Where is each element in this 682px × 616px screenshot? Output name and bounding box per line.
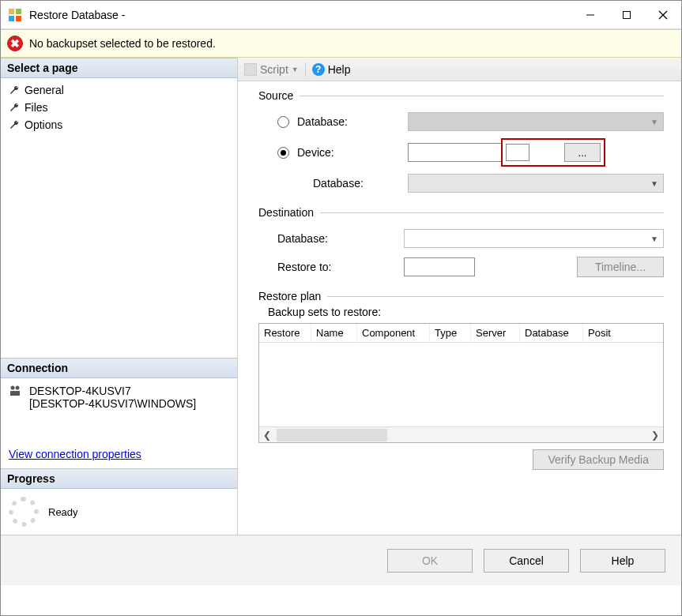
grid-body [259, 343, 663, 426]
source-group: Source Database: ▼ Device: [258, 89, 664, 195]
device-aux-box[interactable] [506, 144, 529, 161]
col-component[interactable]: Component [357, 324, 430, 342]
page-label: Files [24, 101, 48, 114]
grid-header: Restore Name Component Type Server Datab… [259, 324, 663, 343]
col-server[interactable]: Server [471, 324, 520, 342]
window-title: Restore Database - [29, 9, 125, 21]
page-item-files[interactable]: Files [6, 99, 232, 116]
col-database[interactable]: Database [520, 324, 583, 342]
destination-database-combo[interactable]: ▼ [404, 229, 664, 248]
title-bar: Restore Database - [1, 1, 681, 29]
source-database-radio[interactable] [277, 116, 289, 128]
connection-info: DESKTOP-4KUSVI7 [DESKTOP-4KUSVI7\WINDOWS… [1, 378, 237, 416]
svg-rect-11 [15, 391, 20, 396]
scroll-thumb[interactable] [277, 429, 387, 441]
maximize-button[interactable] [609, 1, 645, 29]
device-browse-highlight: ... [501, 138, 605, 167]
col-position[interactable]: Posit [583, 324, 663, 342]
help-icon: ? [312, 63, 325, 76]
destination-group: Destination Database: ▼ Restore to: Time… [258, 206, 664, 279]
verify-backup-media-button[interactable]: Verify Backup Media [533, 449, 664, 470]
view-connection-properties-link[interactable]: View connection properties [1, 448, 237, 468]
error-icon: ✖ [7, 36, 23, 51]
right-panel: Script ▼ ? Help Source Database: [238, 58, 681, 535]
progress-header: Progress [1, 468, 237, 489]
source-device-textbox[interactable] [408, 143, 503, 162]
source-title: Source [258, 89, 300, 102]
help-button[interactable]: ? Help [312, 63, 351, 76]
chevron-down-icon: ▼ [650, 235, 658, 243]
connection-user: [DESKTOP-4KUSVI7\WINDOWS] [29, 397, 196, 410]
scroll-right-icon[interactable]: ❯ [647, 427, 663, 443]
source-device-radio[interactable] [277, 147, 289, 159]
warning-message: No backupset selected to be restored. [29, 37, 216, 50]
page-label: Options [24, 118, 62, 131]
help-label: Help [328, 63, 351, 76]
destination-database-label: Database: [277, 232, 404, 245]
warning-bar: ✖ No backupset selected to be restored. [1, 29, 681, 58]
script-button[interactable]: Script ▼ [244, 63, 299, 76]
script-label: Script [260, 63, 288, 76]
destination-title: Destination [258, 206, 320, 219]
help-button[interactable]: Help [580, 549, 665, 573]
grid-horizontal-scrollbar[interactable]: ❮ ❯ [259, 426, 663, 442]
col-name[interactable]: Name [311, 324, 357, 342]
script-icon [244, 63, 257, 76]
wrench-icon [9, 119, 20, 130]
progress-spinner-icon [9, 497, 39, 527]
restore-to-textbox[interactable] [404, 257, 475, 276]
backup-sets-label: Backup sets to restore: [268, 306, 664, 318]
toolbar: Script ▼ ? Help [238, 58, 681, 81]
connection-header: Connection [1, 358, 237, 378]
source-sub-database-combo[interactable]: ▼ [408, 174, 664, 193]
ok-button[interactable]: OK [387, 549, 473, 573]
source-device-label: Device: [297, 146, 408, 159]
col-type[interactable]: Type [430, 324, 471, 342]
source-database-label: Database: [297, 115, 408, 128]
left-panel: Select a page General Files Options [1, 58, 238, 535]
toolbar-divider [305, 62, 306, 77]
page-item-general[interactable]: General [6, 81, 232, 99]
app-icon [7, 7, 23, 23]
timeline-button[interactable]: Timeline... [577, 257, 664, 277]
close-button[interactable] [645, 1, 681, 29]
svg-rect-2 [9, 16, 14, 21]
svg-rect-5 [624, 11, 631, 18]
svg-rect-3 [16, 16, 21, 21]
svg-rect-1 [16, 9, 21, 14]
server-icon [9, 385, 21, 400]
chevron-down-icon: ▼ [292, 66, 299, 73]
page-label: General [24, 84, 64, 96]
chevron-down-icon: ▼ [650, 179, 658, 188]
wrench-icon [9, 85, 20, 96]
svg-rect-0 [9, 9, 14, 14]
svg-point-8 [11, 386, 15, 390]
progress-status: Ready [48, 506, 78, 518]
minimize-button[interactable] [572, 1, 609, 29]
restore-plan-group: Restore plan Backup sets to restore: Res… [258, 290, 664, 470]
svg-point-9 [16, 386, 20, 390]
connection-server: DESKTOP-4KUSVI7 [29, 385, 196, 397]
device-browse-button[interactable]: ... [564, 143, 601, 162]
chevron-down-icon: ▼ [650, 118, 658, 126]
source-database-combo: ▼ [408, 112, 664, 131]
wrench-icon [9, 102, 20, 113]
cancel-button[interactable]: Cancel [484, 549, 569, 573]
col-restore[interactable]: Restore [259, 324, 311, 342]
progress-body: Ready [1, 489, 237, 535]
svg-rect-10 [10, 391, 15, 396]
dialog-button-bar: OK Cancel Help [1, 535, 681, 585]
scroll-left-icon[interactable]: ❮ [259, 427, 275, 443]
restore-to-label: Restore to: [277, 261, 404, 273]
restore-plan-title: Restore plan [258, 290, 327, 302]
select-page-header: Select a page [1, 58, 237, 78]
page-item-options[interactable]: Options [6, 116, 232, 133]
source-sub-database-label: Database: [297, 177, 408, 190]
backup-sets-grid[interactable]: Restore Name Component Type Server Datab… [258, 323, 664, 443]
